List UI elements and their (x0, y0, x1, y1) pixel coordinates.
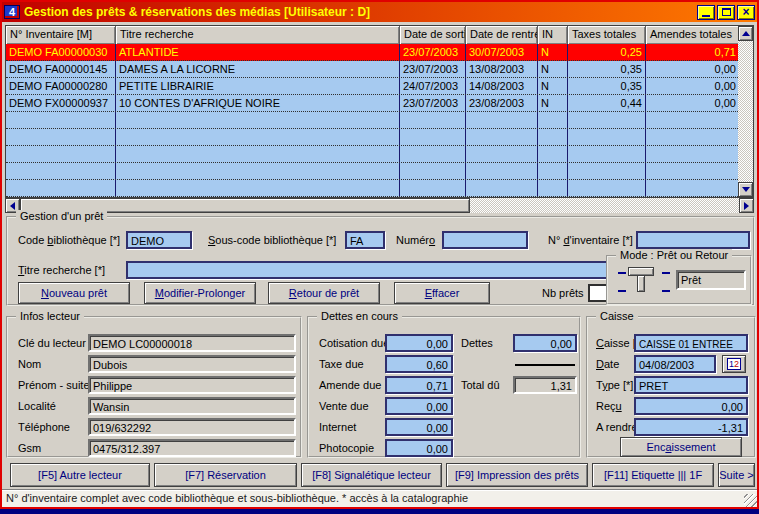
titlebar[interactable]: 4 Gestion des prêts & réservations des m… (2, 2, 757, 22)
column-header[interactable]: Date de sortie (400, 26, 466, 44)
maximize-button[interactable] (717, 5, 735, 20)
loan-group-legend: Gestion d'un prêt (16, 210, 107, 222)
table-row[interactable] (6, 146, 740, 163)
resize-grip[interactable] (744, 494, 757, 507)
debts-group-legend: Dettes en cours (317, 310, 402, 322)
numero-input[interactable] (442, 231, 528, 249)
app-window: 4 Gestion des prêts & réservations des m… (0, 0, 759, 509)
minimize-button[interactable] (697, 5, 715, 20)
recu-input[interactable]: 0,00 (634, 397, 748, 415)
suite-button[interactable]: Suite > (718, 463, 755, 487)
scroll-up-button[interactable] (738, 26, 753, 41)
column-header[interactable]: IN (538, 26, 568, 44)
table-cell: 23/08/2003 (466, 95, 538, 111)
table-cell (568, 129, 646, 145)
column-header[interactable]: Titre recherche (116, 26, 400, 44)
scroll-right-button[interactable] (739, 198, 754, 213)
loan-group: Gestion d'un prêt Code bibliothèque [*] … (6, 216, 755, 306)
table-cell (466, 129, 538, 145)
table-cell: 10 CONTES D'AFRIQUE NOIRE (116, 95, 400, 111)
new-loan-button[interactable]: Nouveau prêt (18, 282, 130, 304)
table-row[interactable] (6, 163, 740, 180)
mode-slider-stem[interactable] (637, 275, 645, 292)
table-cell: PETITE LIBRAIRIE (116, 78, 400, 94)
loans-table: N° Inventaire [M]Titre rechercheDate de … (5, 25, 754, 198)
calendar-button[interactable]: 12 (722, 355, 746, 373)
slider-tick (618, 290, 626, 292)
mode-group-legend: Mode : Prêt ou Retour (616, 249, 732, 261)
table-row[interactable]: DEMO FX0000093710 CONTES D'AFRIQUE NOIRE… (6, 95, 740, 112)
inventory-input[interactable] (636, 231, 750, 249)
table-row[interactable]: DEMO FA00000280PETITE LIBRAIRIE24/07/200… (6, 78, 740, 95)
dettes-value[interactable]: 0,00 (513, 334, 577, 352)
table-cell: N (538, 44, 568, 60)
table-cell (400, 163, 466, 179)
table-cell (6, 112, 116, 128)
table-cell (6, 180, 116, 196)
mode-group: Mode : Prêt ou Retour Prêt (606, 255, 752, 305)
reader-field-value: 0475/312.397 (88, 439, 296, 457)
table-cell: 23/07/2003 (400, 95, 466, 111)
recu-label: Reçu (596, 400, 622, 412)
table-cell: 30/07/2003 (466, 44, 538, 60)
debt-field-value[interactable]: 0,00 (385, 418, 453, 436)
table-cell (568, 163, 646, 179)
table-cell: 0,00 (646, 95, 740, 111)
caisse-input[interactable]: CAISSE 01 ENTREE (634, 334, 748, 352)
table-row[interactable] (6, 112, 740, 129)
reader-field-label: Localité (18, 400, 56, 412)
title-search-input[interactable] (126, 261, 616, 279)
table-row[interactable]: DEMO FA00000145DAMES A LA LICORNE23/07/2… (6, 61, 740, 78)
table-cell (6, 129, 116, 145)
table-cell (466, 112, 538, 128)
cash-group-legend: Caisse (596, 310, 638, 322)
code-biblio-input[interactable]: DEMO (126, 231, 192, 249)
debt-field-value[interactable]: 0,00 (385, 439, 453, 457)
reader-group: Infos lecteur Clé du lecteurDEMO LC00000… (6, 316, 302, 458)
reader-field-label: Téléphone (18, 421, 70, 433)
table-row[interactable]: DEMO FA00000030ATLANTIDE23/07/200330/07/… (6, 44, 740, 61)
sum-divider (515, 364, 575, 366)
table-cell (646, 112, 740, 128)
scroll-down-button[interactable] (738, 182, 753, 197)
close-button[interactable]: × (737, 5, 755, 20)
subcode-biblio-input[interactable]: FA (345, 231, 385, 249)
table-header: N° Inventaire [M]Titre rechercheDate de … (6, 26, 740, 44)
debt-field-value[interactable]: 0,60 (385, 355, 453, 373)
table-cell: 24/07/2003 (400, 78, 466, 94)
debt-field-value[interactable]: 0,00 (385, 334, 453, 352)
f7-reservation-button[interactable]: [F7] Réservation (154, 463, 297, 487)
debt-field-value[interactable]: 0,71 (385, 376, 453, 394)
horizontal-scrollbar[interactable] (5, 198, 754, 213)
type-input[interactable]: PRET (634, 376, 748, 394)
column-header[interactable]: Date de rentrée (466, 26, 538, 44)
date-input[interactable]: 04/08/2003 (634, 355, 716, 373)
reader-group-legend: Infos lecteur (16, 310, 84, 322)
vertical-scrollbar[interactable] (738, 26, 753, 197)
column-header[interactable]: N° Inventaire [M] (6, 26, 116, 44)
table-cell (466, 163, 538, 179)
f11-etiquette-button[interactable]: [F11] Etiquette ||| 1F (592, 463, 714, 487)
mode-value[interactable]: Prêt (676, 270, 746, 290)
subcode-biblio-label: Sous-code bibliothèque [*] (208, 234, 336, 246)
f9-impression-prets-button[interactable]: [F9] Impression des prêts (446, 463, 588, 487)
table-row[interactable] (6, 180, 740, 197)
table-row[interactable] (6, 129, 740, 146)
f8-signaletique-lecteur-button[interactable]: [F8] Signalétique lecteur (301, 463, 442, 487)
debt-field-value[interactable]: 0,00 (385, 397, 453, 415)
table-cell: 0,35 (568, 61, 646, 77)
column-header[interactable]: Taxes totales (568, 26, 646, 44)
return-loan-button[interactable]: Retour de prêt (268, 282, 380, 304)
window-title: Gestion des prêts & réservations des méd… (24, 5, 697, 19)
modify-extend-button[interactable]: Modifier-Prolonger (144, 282, 256, 304)
reader-field-value: Wansin (88, 397, 296, 415)
clear-button[interactable]: Effacer (394, 282, 490, 304)
encaissement-button[interactable]: Encaissement (620, 437, 742, 457)
app-icon-text: 4 (9, 6, 15, 18)
reader-field-label: Clé du lecteur (18, 337, 86, 349)
column-header[interactable]: Amendes totales (646, 26, 740, 44)
table-cell (646, 180, 740, 196)
code-biblio-label: Code bibliothèque [*] (18, 234, 120, 246)
f5-autre-lecteur-button[interactable]: [F5] Autre lecteur (10, 463, 150, 487)
a-rendre-value[interactable]: -1,31 (634, 418, 748, 436)
